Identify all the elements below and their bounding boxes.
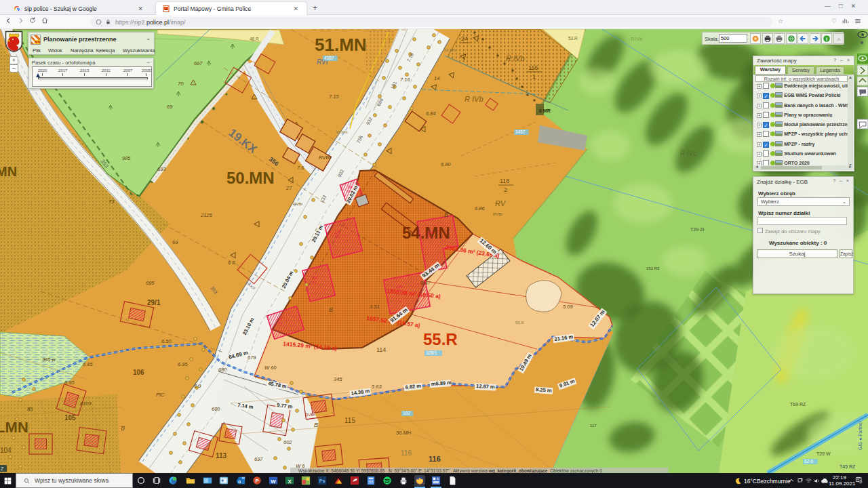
svg-text:55.R: 55.R bbox=[515, 321, 524, 325]
svg-text:P: P bbox=[255, 478, 258, 484]
svg-text:7.15: 7.15 bbox=[329, 94, 339, 100]
svg-text:6.86: 6.86 bbox=[475, 205, 485, 211]
svg-text:50.MN: 50.MN bbox=[226, 169, 275, 187]
svg-text:115: 115 bbox=[344, 417, 355, 424]
svg-text:69: 69 bbox=[167, 104, 173, 110]
svg-text:27: 27 bbox=[285, 185, 292, 191]
svg-text:Z: Z bbox=[1, 466, 4, 471]
svg-text:8103: 8103 bbox=[80, 401, 92, 407]
svg-text:1: 1 bbox=[532, 73, 536, 80]
svg-text:MN: MN bbox=[0, 164, 17, 179]
svg-text:45.MN: 45.MN bbox=[336, 130, 348, 134]
svg-text:B: B bbox=[444, 211, 448, 218]
svg-text:PIC: PIC bbox=[156, 392, 165, 398]
svg-text:7.16: 7.16 bbox=[400, 77, 410, 83]
svg-text:m1: m1 bbox=[427, 235, 432, 239]
svg-text:29/1: 29/1 bbox=[147, 299, 161, 306]
svg-text:6.9: 6.9 bbox=[194, 383, 201, 389]
svg-text:o: o bbox=[238, 479, 241, 484]
svg-text:602: 602 bbox=[283, 439, 292, 445]
svg-text:6.50: 6.50 bbox=[161, 338, 172, 344]
svg-text:116: 116 bbox=[429, 455, 441, 463]
svg-text:104: 104 bbox=[0, 447, 12, 454]
svg-text:6.85: 6.85 bbox=[83, 361, 93, 367]
svg-text:345: 345 bbox=[334, 376, 342, 382]
svg-text:328/1: 328/1 bbox=[426, 350, 437, 355]
svg-text:113: 113 bbox=[216, 452, 227, 460]
svg-text:T29 ZI: T29 ZI bbox=[690, 227, 704, 232]
svg-text:117: 117 bbox=[590, 424, 597, 428]
svg-text:RIVb: RIVb bbox=[631, 36, 643, 42]
svg-text:Ps: Ps bbox=[319, 479, 326, 483]
svg-text:i: i bbox=[826, 37, 827, 41]
svg-text:8.47: 8.47 bbox=[420, 280, 431, 286]
svg-text:B: B bbox=[329, 306, 333, 313]
svg-text:116: 116 bbox=[528, 64, 538, 71]
svg-text:5.09: 5.09 bbox=[563, 304, 573, 310]
svg-text:70: 70 bbox=[178, 81, 184, 87]
svg-text:150 RZ: 150 RZ bbox=[646, 266, 660, 270]
svg-text:T20 W: T20 W bbox=[816, 451, 831, 456]
svg-text:m1: m1 bbox=[312, 280, 317, 284]
svg-text:RVBr: RVBr bbox=[493, 212, 502, 216]
svg-text:106: 106 bbox=[133, 369, 144, 376]
svg-text:m1: m1 bbox=[277, 321, 281, 325]
svg-text:1457: 1457 bbox=[515, 129, 526, 134]
svg-text:B: B bbox=[121, 425, 125, 432]
svg-text:118: 118 bbox=[500, 178, 509, 184]
svg-text:6 8: 6 8 bbox=[228, 260, 235, 266]
svg-text:680: 680 bbox=[218, 367, 227, 373]
svg-text:69: 69 bbox=[172, 239, 178, 245]
svg-text:m1: m1 bbox=[397, 289, 401, 293]
svg-text:Współrzędne X: 5466048.30 Y: 5: Współrzędne X: 5466048.30 Y: 5937818.65 … bbox=[298, 468, 602, 473]
svg-text:102: 102 bbox=[403, 411, 410, 415]
svg-text:5.63: 5.63 bbox=[372, 384, 382, 390]
svg-text:62-6: 62-6 bbox=[804, 459, 813, 464]
svg-text:86: 86 bbox=[27, 406, 33, 412]
svg-text:3: 3 bbox=[860, 481, 861, 483]
svg-text:116: 116 bbox=[401, 449, 412, 457]
svg-text:.LMN: .LMN bbox=[0, 419, 28, 436]
svg-text:680: 680 bbox=[212, 406, 220, 412]
svg-text:54.MN: 54.MN bbox=[444, 48, 456, 52]
svg-text:73: 73 bbox=[108, 199, 115, 205]
svg-text:6.84: 6.84 bbox=[426, 110, 436, 117]
svg-text:R IVb: R IVb bbox=[506, 54, 525, 62]
svg-text:RVBr: RVBr bbox=[319, 155, 331, 161]
svg-text:W: W bbox=[271, 479, 276, 485]
svg-text:985: 985 bbox=[122, 155, 131, 161]
svg-text:105: 105 bbox=[64, 414, 76, 422]
svg-text:55.R: 55.R bbox=[423, 330, 458, 348]
svg-text:697: 697 bbox=[254, 456, 263, 462]
svg-text:RV: RV bbox=[495, 199, 507, 207]
svg-text:6.80: 6.80 bbox=[441, 161, 451, 167]
svg-text:51.MN: 51.MN bbox=[315, 35, 367, 55]
svg-text:2125: 2125 bbox=[200, 212, 213, 218]
svg-text:54.MN: 54.MN bbox=[402, 224, 450, 242]
svg-text:RVBr: RVBr bbox=[305, 413, 315, 417]
svg-text:R IVb: R IVb bbox=[680, 150, 697, 157]
svg-text:48.R: 48.R bbox=[250, 37, 259, 41]
svg-text:R IVb: R IVb bbox=[465, 95, 484, 103]
svg-text:RVBr: RVBr bbox=[293, 202, 302, 206]
svg-text:12.87 m: 12.87 m bbox=[476, 383, 495, 390]
svg-text:114: 114 bbox=[376, 346, 386, 353]
svg-text:4387: 4387 bbox=[324, 56, 334, 60]
svg-text:365 w: 365 w bbox=[42, 357, 56, 363]
svg-text:6.95: 6.95 bbox=[64, 380, 75, 386]
svg-text:T69 RZ: T69 RZ bbox=[790, 402, 806, 407]
svg-text:B: B bbox=[314, 422, 318, 428]
svg-text:GIS ● Partner: GIS ● Partner bbox=[858, 420, 863, 450]
svg-text:697: 697 bbox=[194, 60, 203, 66]
svg-text:m1: m1 bbox=[335, 235, 340, 239]
svg-text:T45 RZ: T45 RZ bbox=[840, 464, 856, 469]
svg-text:6.95: 6.95 bbox=[178, 361, 188, 367]
svg-text:W 60: W 60 bbox=[264, 365, 277, 371]
svg-text:7.6: 7.6 bbox=[297, 165, 304, 171]
svg-text:2: 2 bbox=[504, 186, 507, 193]
svg-text:24: 24 bbox=[461, 35, 468, 42]
svg-text:0 MR: 0 MR bbox=[539, 108, 551, 113]
svg-text:53.R: 53.R bbox=[568, 36, 578, 41]
svg-text:X: X bbox=[288, 479, 292, 485]
svg-text:14: 14 bbox=[434, 75, 439, 81]
